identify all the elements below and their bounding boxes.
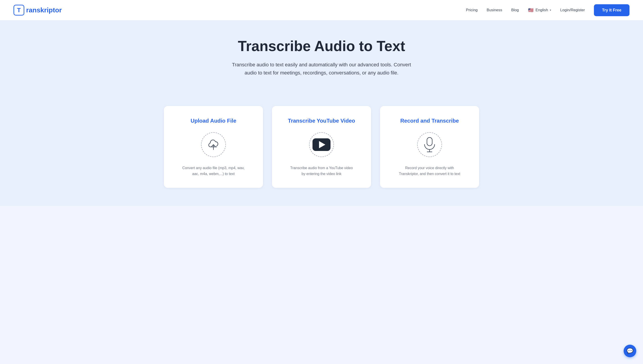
microphone-icon-wrapper: [417, 132, 442, 157]
blog-link[interactable]: Blog: [511, 8, 519, 12]
hero-section: Transcribe Audio to Text Transcribe audi…: [0, 20, 643, 106]
navbar: T ranskriptor Pricing Business Blog 🇺🇸 E…: [0, 0, 643, 20]
hero-subtitle: Transcribe audio to text easily and auto…: [231, 61, 412, 76]
chevron-down-icon: ▾: [550, 8, 551, 12]
youtube-icon-wrapper: [309, 132, 334, 157]
flag-icon: 🇺🇸: [528, 7, 534, 13]
svg-rect-1: [427, 138, 432, 146]
upload-audio-title: Upload Audio File: [190, 117, 236, 124]
transcribe-youtube-card[interactable]: Transcribe YouTube Video Transcribe audi…: [272, 106, 371, 188]
upload-icon-wrapper: [201, 132, 226, 157]
transcribe-youtube-title: Transcribe YouTube Video: [288, 117, 355, 124]
chat-bubble-button[interactable]: 💬: [624, 345, 636, 357]
microphone-icon: [423, 137, 436, 152]
upload-audio-description: Convert any audio file (mp3, mp4, wav, a…: [182, 165, 245, 176]
try-it-free-button[interactable]: Try It Free: [594, 4, 629, 16]
transcribe-youtube-description: Transcribe audio from a YouTube video by…: [290, 165, 353, 176]
login-register-link[interactable]: Login/Register: [560, 8, 585, 12]
language-selector[interactable]: 🇺🇸 English ▾: [528, 7, 551, 13]
nav-links: Pricing Business Blog 🇺🇸 English ▾ Login…: [466, 4, 629, 16]
record-transcribe-description: Record your voice directly with Transkri…: [398, 165, 461, 176]
logo-text: ranskriptor: [26, 6, 62, 14]
chat-bubble-icon: 💬: [626, 348, 633, 354]
record-transcribe-card[interactable]: Record and Transcribe Record your voice …: [380, 106, 479, 188]
youtube-play-button-icon: [312, 138, 331, 151]
upload-audio-card[interactable]: Upload Audio File Convert any audio file…: [164, 106, 263, 188]
play-triangle-icon: [319, 141, 325, 148]
cards-section: Upload Audio File Convert any audio file…: [0, 106, 643, 206]
pricing-link[interactable]: Pricing: [466, 8, 478, 12]
business-link[interactable]: Business: [487, 8, 502, 12]
upload-cloud-icon: [207, 138, 220, 152]
language-label: English: [536, 8, 548, 12]
hero-title: Transcribe Audio to Text: [9, 38, 634, 54]
logo[interactable]: T ranskriptor: [14, 5, 62, 16]
logo-icon: T: [14, 5, 24, 16]
record-transcribe-title: Record and Transcribe: [400, 117, 459, 124]
